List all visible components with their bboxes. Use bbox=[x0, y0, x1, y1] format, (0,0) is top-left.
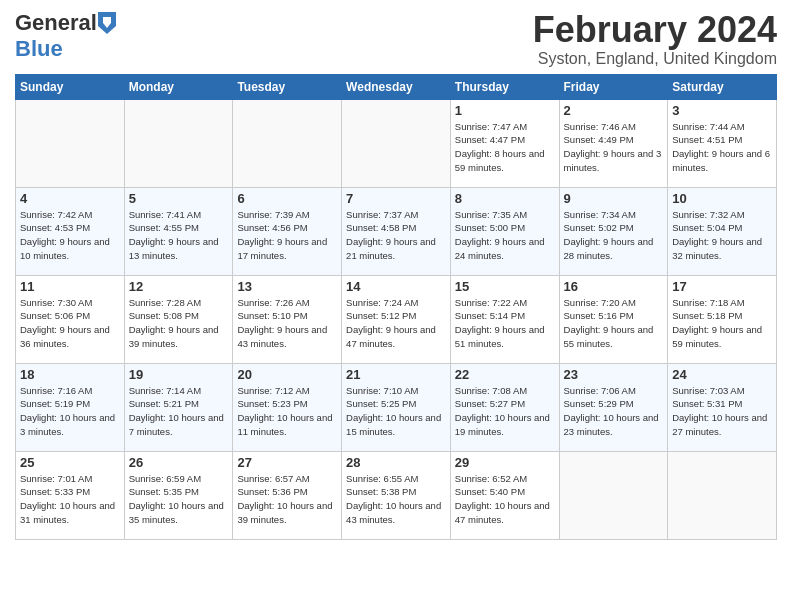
calendar-cell: 7Sunrise: 7:37 AMSunset: 4:58 PMDaylight… bbox=[342, 187, 451, 275]
day-number: 29 bbox=[455, 455, 555, 470]
calendar-cell bbox=[124, 99, 233, 187]
day-number: 21 bbox=[346, 367, 446, 382]
day-number: 23 bbox=[564, 367, 664, 382]
calendar-cell: 4Sunrise: 7:42 AMSunset: 4:53 PMDaylight… bbox=[16, 187, 125, 275]
day-info: Sunrise: 7:06 AMSunset: 5:29 PMDaylight:… bbox=[564, 384, 664, 439]
day-number: 16 bbox=[564, 279, 664, 294]
calendar-cell bbox=[342, 99, 451, 187]
weekday-header-wednesday: Wednesday bbox=[342, 74, 451, 99]
day-number: 3 bbox=[672, 103, 772, 118]
day-info: Sunrise: 7:12 AMSunset: 5:23 PMDaylight:… bbox=[237, 384, 337, 439]
calendar-cell: 22Sunrise: 7:08 AMSunset: 5:27 PMDayligh… bbox=[450, 363, 559, 451]
day-number: 9 bbox=[564, 191, 664, 206]
day-number: 17 bbox=[672, 279, 772, 294]
calendar-cell: 5Sunrise: 7:41 AMSunset: 4:55 PMDaylight… bbox=[124, 187, 233, 275]
day-number: 4 bbox=[20, 191, 120, 206]
calendar-cell bbox=[668, 451, 777, 539]
calendar-cell: 6Sunrise: 7:39 AMSunset: 4:56 PMDaylight… bbox=[233, 187, 342, 275]
calendar-cell: 19Sunrise: 7:14 AMSunset: 5:21 PMDayligh… bbox=[124, 363, 233, 451]
day-info: Sunrise: 6:52 AMSunset: 5:40 PMDaylight:… bbox=[455, 472, 555, 527]
weekday-header-thursday: Thursday bbox=[450, 74, 559, 99]
day-info: Sunrise: 7:46 AMSunset: 4:49 PMDaylight:… bbox=[564, 120, 664, 175]
calendar-week-row: 4Sunrise: 7:42 AMSunset: 4:53 PMDaylight… bbox=[16, 187, 777, 275]
day-info: Sunrise: 7:22 AMSunset: 5:14 PMDaylight:… bbox=[455, 296, 555, 351]
calendar-cell: 1Sunrise: 7:47 AMSunset: 4:47 PMDaylight… bbox=[450, 99, 559, 187]
calendar-cell: 17Sunrise: 7:18 AMSunset: 5:18 PMDayligh… bbox=[668, 275, 777, 363]
day-info: Sunrise: 7:35 AMSunset: 5:00 PMDaylight:… bbox=[455, 208, 555, 263]
calendar-cell: 25Sunrise: 7:01 AMSunset: 5:33 PMDayligh… bbox=[16, 451, 125, 539]
main-title: February 2024 bbox=[533, 10, 777, 50]
calendar-cell: 21Sunrise: 7:10 AMSunset: 5:25 PMDayligh… bbox=[342, 363, 451, 451]
calendar-cell: 9Sunrise: 7:34 AMSunset: 5:02 PMDaylight… bbox=[559, 187, 668, 275]
day-number: 26 bbox=[129, 455, 229, 470]
weekday-header-friday: Friday bbox=[559, 74, 668, 99]
day-number: 25 bbox=[20, 455, 120, 470]
weekday-header-sunday: Sunday bbox=[16, 74, 125, 99]
day-number: 12 bbox=[129, 279, 229, 294]
logo-blue: Blue bbox=[15, 36, 63, 62]
weekday-header-tuesday: Tuesday bbox=[233, 74, 342, 99]
day-number: 20 bbox=[237, 367, 337, 382]
day-number: 8 bbox=[455, 191, 555, 206]
title-section: February 2024 Syston, England, United Ki… bbox=[533, 10, 777, 68]
calendar-cell: 11Sunrise: 7:30 AMSunset: 5:06 PMDayligh… bbox=[16, 275, 125, 363]
calendar-cell: 3Sunrise: 7:44 AMSunset: 4:51 PMDaylight… bbox=[668, 99, 777, 187]
day-number: 18 bbox=[20, 367, 120, 382]
day-number: 19 bbox=[129, 367, 229, 382]
day-info: Sunrise: 7:32 AMSunset: 5:04 PMDaylight:… bbox=[672, 208, 772, 263]
page-header: General Blue February 2024 Syston, Engla… bbox=[15, 10, 777, 68]
calendar-cell: 13Sunrise: 7:26 AMSunset: 5:10 PMDayligh… bbox=[233, 275, 342, 363]
day-number: 24 bbox=[672, 367, 772, 382]
calendar-table: SundayMondayTuesdayWednesdayThursdayFrid… bbox=[15, 74, 777, 540]
day-info: Sunrise: 6:59 AMSunset: 5:35 PMDaylight:… bbox=[129, 472, 229, 527]
day-info: Sunrise: 7:34 AMSunset: 5:02 PMDaylight:… bbox=[564, 208, 664, 263]
calendar-cell: 10Sunrise: 7:32 AMSunset: 5:04 PMDayligh… bbox=[668, 187, 777, 275]
calendar-cell: 20Sunrise: 7:12 AMSunset: 5:23 PMDayligh… bbox=[233, 363, 342, 451]
weekday-header-saturday: Saturday bbox=[668, 74, 777, 99]
day-info: Sunrise: 7:14 AMSunset: 5:21 PMDaylight:… bbox=[129, 384, 229, 439]
day-info: Sunrise: 7:47 AMSunset: 4:47 PMDaylight:… bbox=[455, 120, 555, 175]
day-number: 11 bbox=[20, 279, 120, 294]
calendar-cell: 16Sunrise: 7:20 AMSunset: 5:16 PMDayligh… bbox=[559, 275, 668, 363]
logo-icon bbox=[98, 12, 116, 34]
calendar-cell: 15Sunrise: 7:22 AMSunset: 5:14 PMDayligh… bbox=[450, 275, 559, 363]
logo: General Blue bbox=[15, 10, 116, 62]
day-number: 2 bbox=[564, 103, 664, 118]
day-number: 7 bbox=[346, 191, 446, 206]
day-info: Sunrise: 7:44 AMSunset: 4:51 PMDaylight:… bbox=[672, 120, 772, 175]
day-info: Sunrise: 7:16 AMSunset: 5:19 PMDaylight:… bbox=[20, 384, 120, 439]
day-info: Sunrise: 7:10 AMSunset: 5:25 PMDaylight:… bbox=[346, 384, 446, 439]
day-info: Sunrise: 7:24 AMSunset: 5:12 PMDaylight:… bbox=[346, 296, 446, 351]
day-info: Sunrise: 6:55 AMSunset: 5:38 PMDaylight:… bbox=[346, 472, 446, 527]
weekday-header-row: SundayMondayTuesdayWednesdayThursdayFrid… bbox=[16, 74, 777, 99]
day-number: 22 bbox=[455, 367, 555, 382]
calendar-cell: 24Sunrise: 7:03 AMSunset: 5:31 PMDayligh… bbox=[668, 363, 777, 451]
calendar-week-row: 18Sunrise: 7:16 AMSunset: 5:19 PMDayligh… bbox=[16, 363, 777, 451]
day-number: 28 bbox=[346, 455, 446, 470]
day-info: Sunrise: 7:39 AMSunset: 4:56 PMDaylight:… bbox=[237, 208, 337, 263]
day-number: 6 bbox=[237, 191, 337, 206]
day-number: 15 bbox=[455, 279, 555, 294]
calendar-week-row: 1Sunrise: 7:47 AMSunset: 4:47 PMDaylight… bbox=[16, 99, 777, 187]
day-info: Sunrise: 7:41 AMSunset: 4:55 PMDaylight:… bbox=[129, 208, 229, 263]
weekday-header-monday: Monday bbox=[124, 74, 233, 99]
calendar-cell: 14Sunrise: 7:24 AMSunset: 5:12 PMDayligh… bbox=[342, 275, 451, 363]
calendar-cell: 29Sunrise: 6:52 AMSunset: 5:40 PMDayligh… bbox=[450, 451, 559, 539]
calendar-cell: 26Sunrise: 6:59 AMSunset: 5:35 PMDayligh… bbox=[124, 451, 233, 539]
calendar-cell bbox=[16, 99, 125, 187]
calendar-cell bbox=[559, 451, 668, 539]
day-info: Sunrise: 7:42 AMSunset: 4:53 PMDaylight:… bbox=[20, 208, 120, 263]
day-info: Sunrise: 7:03 AMSunset: 5:31 PMDaylight:… bbox=[672, 384, 772, 439]
day-info: Sunrise: 7:37 AMSunset: 4:58 PMDaylight:… bbox=[346, 208, 446, 263]
day-number: 5 bbox=[129, 191, 229, 206]
calendar-cell: 18Sunrise: 7:16 AMSunset: 5:19 PMDayligh… bbox=[16, 363, 125, 451]
day-info: Sunrise: 7:01 AMSunset: 5:33 PMDaylight:… bbox=[20, 472, 120, 527]
calendar-cell bbox=[233, 99, 342, 187]
subtitle: Syston, England, United Kingdom bbox=[533, 50, 777, 68]
calendar-week-row: 25Sunrise: 7:01 AMSunset: 5:33 PMDayligh… bbox=[16, 451, 777, 539]
calendar-cell: 12Sunrise: 7:28 AMSunset: 5:08 PMDayligh… bbox=[124, 275, 233, 363]
day-number: 1 bbox=[455, 103, 555, 118]
day-info: Sunrise: 7:28 AMSunset: 5:08 PMDaylight:… bbox=[129, 296, 229, 351]
day-info: Sunrise: 7:18 AMSunset: 5:18 PMDaylight:… bbox=[672, 296, 772, 351]
logo-general: General bbox=[15, 10, 97, 36]
